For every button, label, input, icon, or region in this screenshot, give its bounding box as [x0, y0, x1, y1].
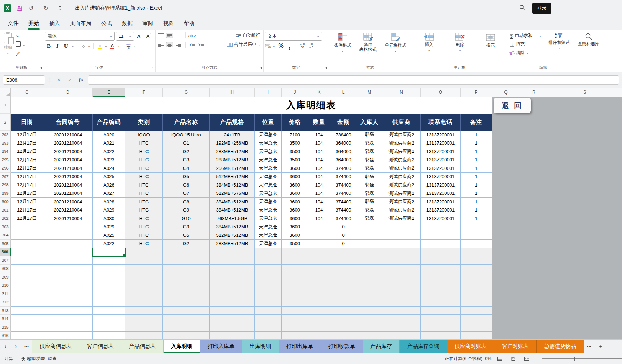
cell-M304[interactable]: [357, 231, 382, 240]
row-header-307[interactable]: 307: [0, 256, 11, 265]
cell-O316[interactable]: [421, 332, 461, 339]
row-header-314[interactable]: 314: [0, 315, 11, 323]
sheet-tab-入库明细[interactable]: 入库明细: [164, 340, 200, 353]
row-header-2[interactable]: 2: [0, 114, 11, 131]
cell-G304[interactable]: G5: [163, 231, 210, 240]
font-color-chevron-icon[interactable]: ⌄: [117, 45, 120, 48]
cell-K292[interactable]: 104: [308, 131, 330, 139]
decrease-indent-icon[interactable]: [188, 42, 196, 47]
cell-H301[interactable]: 384MB+512MB: [210, 206, 255, 215]
cell-J309[interactable]: [282, 273, 308, 282]
table-header-O[interactable]: 联系电话: [421, 114, 461, 131]
cell-N299[interactable]: 测试供应商2: [382, 189, 421, 198]
new-sheet-icon[interactable]: ＋: [595, 343, 606, 350]
cell-I308[interactable]: [255, 265, 282, 273]
cell-G294[interactable]: G2: [163, 147, 210, 156]
cell-M301[interactable]: 郭磊: [357, 206, 382, 215]
fill-button[interactable]: ↓填充⌄: [509, 41, 543, 48]
cell-D312[interactable]: [43, 298, 93, 307]
cell-O310[interactable]: [421, 281, 461, 290]
accessibility-status[interactable]: 辅助功能: 调查: [21, 356, 57, 362]
table-header-M[interactable]: 入库人: [357, 114, 382, 131]
cell-G297[interactable]: G5: [163, 173, 210, 181]
tab-file[interactable]: 文件: [3, 17, 24, 30]
page-layout-view-icon[interactable]: [508, 355, 518, 362]
column-header-D[interactable]: D: [43, 88, 93, 97]
borders-chevron-icon[interactable]: ⌄: [88, 45, 90, 48]
cell-H314[interactable]: [210, 315, 255, 323]
table-header-L[interactable]: 金额: [330, 114, 357, 131]
cell-F298[interactable]: HTC: [125, 181, 163, 189]
cell-P306[interactable]: [461, 248, 492, 256]
sheet-tab-供应商信息表[interactable]: 供应商信息表: [32, 340, 79, 353]
align-right-icon[interactable]: [175, 42, 182, 47]
cell-D297[interactable]: 20201210004: [43, 173, 93, 181]
cell-N310[interactable]: [382, 281, 421, 290]
cell-G310[interactable]: [163, 281, 210, 290]
table-header-H[interactable]: 产品规格: [210, 114, 255, 131]
cell-K310[interactable]: [308, 281, 330, 290]
fill-chevron-icon[interactable]: ⌄: [105, 45, 108, 48]
row-header-293[interactable]: 293: [0, 139, 11, 148]
cell-E307[interactable]: [93, 256, 125, 265]
table-header-D[interactable]: 合同编号: [43, 114, 93, 131]
row-header-296[interactable]: 296: [0, 164, 11, 173]
column-header-L[interactable]: L: [330, 88, 357, 97]
align-top-icon[interactable]: [157, 33, 165, 38]
phonetic-chevron-icon[interactable]: ⌄: [133, 45, 136, 48]
cell-O298[interactable]: 13137200001: [421, 181, 461, 189]
align-center-icon[interactable]: [166, 42, 173, 47]
cell-F314[interactable]: [125, 315, 163, 323]
cell-N298[interactable]: 测试供应商2: [382, 181, 421, 189]
cell-D315[interactable]: [43, 323, 93, 332]
cell-K309[interactable]: [308, 273, 330, 282]
cell-H311[interactable]: [210, 290, 255, 298]
cell-P294[interactable]: 1: [461, 147, 492, 156]
cell-L297[interactable]: 374400: [330, 173, 357, 181]
tab-view[interactable]: 视图: [158, 17, 179, 30]
return-button[interactable]: 返 回: [494, 98, 531, 113]
cell-K304[interactable]: [308, 231, 330, 240]
row-header-308[interactable]: 308: [0, 265, 11, 273]
format-as-table-button[interactable]: 套用表格格式 ⌄: [357, 32, 379, 65]
column-header-I[interactable]: I: [255, 88, 282, 97]
cell-J312[interactable]: [282, 298, 308, 307]
row-header-297[interactable]: 297: [0, 173, 11, 181]
zoom-out-icon[interactable]: −: [535, 356, 539, 362]
cell-C311[interactable]: [11, 290, 43, 298]
cell-M307[interactable]: [357, 256, 382, 265]
quick-access-overflow-icon[interactable]: ⌄: [57, 6, 64, 10]
cell-E296[interactable]: A024: [93, 164, 125, 173]
cell-P298[interactable]: 1: [461, 181, 492, 189]
cell-D295[interactable]: 20201210004: [43, 156, 93, 165]
cell-O311[interactable]: [421, 290, 461, 298]
cell-P300[interactable]: 1: [461, 198, 492, 206]
cell-H298[interactable]: 384MB+512MB: [210, 181, 255, 189]
cell-C308[interactable]: [11, 265, 43, 273]
cell-K305[interactable]: [308, 240, 330, 248]
row-header-302[interactable]: 302: [0, 214, 11, 223]
name-box[interactable]: E306: [3, 75, 45, 85]
table-header-F[interactable]: 类别: [125, 114, 163, 131]
cell-K302[interactable]: 104: [308, 214, 330, 223]
wrap-text-button[interactable]: 自动换行: [234, 32, 262, 39]
increase-indent-icon[interactable]: [197, 42, 205, 47]
cell-C295[interactable]: 12月17日: [11, 156, 43, 165]
number-format-select[interactable]: 文本⌄: [265, 32, 322, 41]
cell-C306[interactable]: [11, 248, 43, 256]
cell-L308[interactable]: [330, 265, 357, 273]
cell-I302[interactable]: 天津总仓: [255, 214, 282, 223]
cell-J301[interactable]: 3600: [282, 206, 308, 215]
cell-C305[interactable]: [11, 240, 43, 248]
cell-L310[interactable]: [330, 281, 357, 290]
accounting-format-button[interactable]: [265, 44, 271, 48]
tab-formulas[interactable]: 公式: [96, 17, 117, 30]
cell-G301[interactable]: G9: [163, 206, 210, 215]
cell-N300[interactable]: 测试供应商2: [382, 198, 421, 206]
sheet-tab-产品信息表[interactable]: 产品信息表: [121, 340, 164, 353]
cell-O297[interactable]: 13137200001: [421, 173, 461, 181]
align-middle-icon[interactable]: [166, 33, 173, 38]
bold-button[interactable]: B: [45, 43, 53, 50]
copy-button[interactable]: ⌄: [14, 42, 27, 48]
cell-M309[interactable]: [357, 273, 382, 282]
